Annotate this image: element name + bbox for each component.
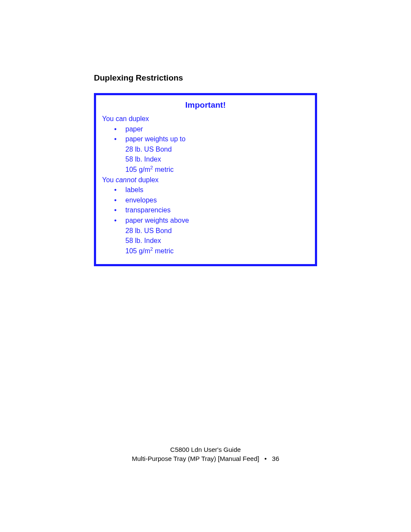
sub-item: 28 lb. US Bond	[125, 226, 309, 236]
intro-prefix: You	[102, 176, 115, 184]
list-item: transparencies	[114, 205, 309, 215]
list-item-text: paper	[125, 125, 143, 133]
can-duplex-intro: You can duplex	[102, 114, 309, 124]
page-content: Duplexing Restrictions Important! You ca…	[0, 0, 411, 266]
footer-line1: C5800 Ldn User's Guide	[0, 445, 411, 454]
list-item-text: envelopes	[125, 196, 157, 204]
page-number: 36	[272, 455, 279, 462]
sub-item: 105 g/m2 metric	[125, 246, 309, 256]
section-heading: Duplexing Restrictions	[94, 73, 317, 83]
list-item: paper	[114, 124, 309, 134]
metric-value: 105 g/m2 metric	[125, 247, 174, 255]
list-item: labels	[114, 185, 309, 195]
list-item-text: labels	[125, 186, 143, 193]
can-duplex-list: paper paper weights up to	[102, 124, 309, 144]
footer-line2: Multi-Purpose Tray (MP Tray) [Manual Fee…	[0, 454, 411, 463]
footer-section: Multi-Purpose Tray (MP Tray) [Manual Fee…	[132, 455, 259, 462]
list-item-text: paper weights up to	[125, 135, 186, 143]
sub-item: 105 g/m2 metric	[125, 165, 309, 174]
sub-item: 28 lb. US Bond	[125, 145, 309, 154]
intro-suffix: duplex	[137, 176, 159, 184]
metric-value: 105 g/m2 metric	[125, 166, 174, 173]
can-sublist: 28 lb. US Bond 58 lb. Index 105 g/m2 met…	[102, 145, 309, 174]
sub-item: 58 lb. Index	[125, 155, 309, 164]
important-box: Important! You can duplex paper paper we…	[94, 93, 317, 266]
list-item: paper weights up to	[114, 134, 309, 144]
box-body: You can duplex paper paper weights up to…	[102, 114, 309, 255]
sub-item: 58 lb. Index	[125, 236, 309, 246]
intro-italic: cannot	[115, 176, 136, 184]
cannot-duplex-intro: You cannot duplex	[102, 175, 309, 185]
cannot-sublist: 28 lb. US Bond 58 lb. Index 105 g/m2 met…	[102, 226, 309, 256]
cannot-duplex-list: labels envelopes transparencies paper we…	[102, 185, 309, 225]
list-item: envelopes	[114, 196, 309, 205]
list-item-text: transparencies	[125, 206, 171, 214]
list-item: paper weights above	[114, 216, 309, 225]
page-footer: C5800 Ldn User's Guide Multi-Purpose Tra…	[0, 445, 411, 463]
list-item-text: paper weights above	[125, 217, 189, 224]
box-title: Important!	[102, 100, 309, 110]
footer-bullet: •	[261, 455, 270, 462]
